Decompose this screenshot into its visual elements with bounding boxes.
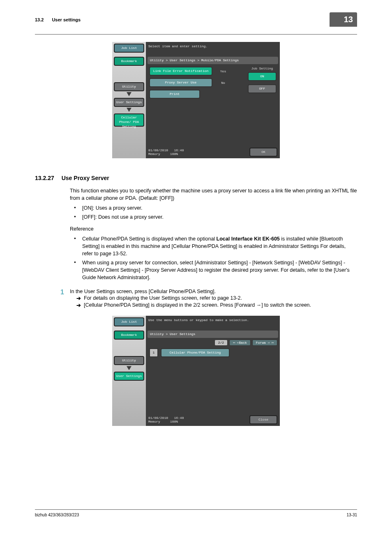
footer-time: 16:40 [174,148,184,152]
arrow-right-icon: ➔ [70,302,84,308]
nav-utility[interactable]: Utility [114,82,144,91]
menu-number-1: 1 [149,348,158,357]
nav-cellular-pda[interactable]: Cellular Phone/ PDA Setting [114,113,144,127]
footer-time: 16:40 [174,416,184,420]
chapter-tab: 13 [330,12,357,27]
on-button[interactable]: ON [248,72,277,81]
arrow-right-icon: ➔ [70,295,84,301]
step-1-sub-2: [Cellular Phone/PDA Setting] is displaye… [84,302,311,308]
footer-memory-pct: 100% [170,152,178,156]
step-1-num: 1 [35,289,70,296]
ref-bullet-2: When using a proxy server for connection… [70,259,357,281]
nav-utility[interactable]: Utility [114,356,144,365]
instruction-text: Use the menu buttons or keypad to make a… [146,316,280,328]
subsection-num: 13.2.27 [35,175,54,181]
tab-job-list[interactable]: Job List [114,317,144,326]
nav-user-settings[interactable]: User Settings [114,98,144,107]
bullet-off: [OFF]: Does not use a proxy server. [70,213,357,221]
footer-date: 01/09/2010 [148,148,168,152]
ref-bullet-1: Cellular Phone/PDA Setting is displayed … [70,235,357,257]
reference-heading: Reference [70,225,357,233]
opt-link-file-error[interactable]: Link File Error Notification [149,67,212,76]
close-button[interactable]: Close [249,415,277,424]
intro-paragraph: This function enables you to specify whe… [70,187,357,202]
screenshot-mobile-pda-settings: Job List Bookmark Utility User Settings … [112,42,280,158]
footer-memory-pct: 100% [170,420,178,423]
breadcrumb: Utility > User Settings > Mobile/PDA Set… [148,57,278,64]
footer-date: 01/09/2010 [148,416,168,420]
breadcrumb: Utility > User Settings [148,331,278,338]
tab-bookmark[interactable]: Bookmark [114,331,144,340]
bullet-on: [ON]: Uses a proxy server. [70,204,357,212]
tab-job-list[interactable]: Job List [114,44,144,53]
opt-proxy-server-use[interactable]: Proxy Server Use [149,78,212,87]
forward-button[interactable]: Forwa ⇒ ↦ [252,340,277,346]
job-setting-label: Job Setting [248,67,277,70]
step-1-text: In the User Settings screen, press [Cell… [70,289,357,294]
screenshot-user-settings: Job List Bookmark Utility User Settings … [112,316,280,426]
section-num: 13.2 [35,17,44,22]
arrow-down-icon [127,108,131,112]
arrow-down-icon [127,92,131,96]
menu-cellular-pda-setting[interactable]: Cellular Phone/PDA Setting [161,348,230,357]
opt-link-file-error-value: Yes [215,69,231,73]
footer-page: 13-31 [346,513,357,517]
arrow-down-icon [127,366,131,370]
opt-print[interactable]: Print [149,90,200,99]
footer-memory: Memory [148,420,160,423]
step-1-sub-1: For details on displaying the User Setti… [84,295,242,301]
back-button[interactable]: ↤ ⇐Back [229,340,251,346]
off-button[interactable]: OFF [248,84,277,93]
section-title: User settings [52,17,81,22]
nav-user-settings[interactable]: User Settings [114,372,144,381]
tab-bookmark[interactable]: Bookmark [114,57,144,66]
subsection-title: Use Proxy Server [62,175,109,181]
footer-model: bizhub 423/363/283/223 [35,513,79,517]
instruction-text: Select item and enter setting. [146,42,280,54]
opt-proxy-server-use-value: No [215,81,231,85]
footer-memory: Memory [148,152,160,156]
pager-page: 2/2 [214,340,228,346]
ok-button[interactable]: OK [249,148,277,157]
